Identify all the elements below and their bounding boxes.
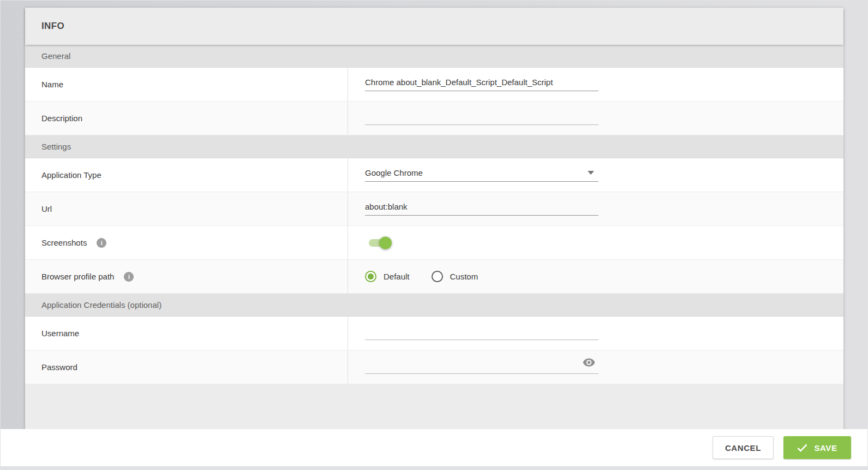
application-type-select[interactable]: Google Chrome	[365, 168, 598, 182]
password-field-wrap	[365, 360, 598, 374]
radio-dot	[368, 273, 374, 279]
name-label-cell: Name	[25, 68, 348, 101]
browser-profile-path-label: Browser profile path	[41, 272, 114, 281]
browser-profile-path-radio-group: Default Custom	[365, 271, 478, 282]
name-input[interactable]	[365, 78, 598, 91]
eye-icon[interactable]	[583, 358, 595, 369]
row-description: Description	[25, 102, 843, 135]
row-name: Name	[25, 68, 843, 102]
save-button[interactable]: SAVE	[783, 436, 851, 459]
section-header-label: Application Credentials (optional)	[41, 300, 161, 310]
username-input[interactable]	[365, 326, 598, 340]
radio-option-default[interactable]: Default	[365, 271, 410, 282]
radio-unselected-icon	[432, 271, 443, 282]
name-value-cell	[348, 68, 843, 101]
application-type-label: Application Type	[41, 170, 101, 180]
username-label-cell: Username	[25, 317, 348, 350]
save-button-label: SAVE	[814, 443, 837, 453]
cancel-button[interactable]: CANCEL	[713, 436, 774, 459]
section-header-label: General	[41, 51, 70, 61]
description-label: Description	[41, 114, 82, 123]
screenshots-toggle[interactable]	[369, 239, 388, 247]
row-url: Url	[25, 192, 843, 226]
username-value-cell	[348, 317, 843, 350]
panel-header: INFO	[25, 8, 843, 45]
panel-title: INFO	[41, 21, 64, 32]
section-header-credentials: Application Credentials (optional)	[25, 294, 843, 317]
url-value-cell	[348, 192, 843, 225]
radio-custom-label: Custom	[450, 272, 478, 281]
row-application-type: Application Type Google Chrome	[25, 158, 843, 192]
username-label: Username	[41, 329, 79, 338]
password-input[interactable]	[365, 360, 598, 374]
url-input[interactable]	[365, 202, 598, 216]
application-type-label-cell: Application Type	[25, 158, 348, 192]
password-label-cell: Password	[25, 350, 348, 384]
info-icon[interactable]: i	[124, 272, 134, 282]
browser-profile-path-value-cell: Default Custom	[348, 260, 843, 293]
chevron-down-icon	[588, 171, 594, 175]
description-value-cell	[348, 102, 843, 135]
application-type-value-cell: Google Chrome	[348, 158, 843, 192]
browser-profile-path-label-cell: Browser profile path i	[25, 260, 348, 293]
url-label: Url	[41, 204, 52, 213]
row-browser-profile-path: Browser profile path i Default C	[25, 260, 843, 294]
radio-default-label: Default	[384, 272, 410, 281]
section-header-general: General	[25, 45, 843, 68]
check-icon	[797, 444, 807, 452]
info-icon[interactable]: i	[97, 238, 106, 248]
password-label: Password	[41, 362, 77, 372]
info-panel: INFO General Name Description	[25, 8, 843, 430]
row-username: Username	[25, 317, 843, 350]
description-input[interactable]	[365, 111, 598, 125]
toggle-knob	[379, 236, 392, 249]
username-field-wrap	[365, 326, 598, 340]
application-type-selected-value: Google Chrome	[365, 168, 423, 177]
row-screenshots: Screenshots i	[25, 226, 843, 260]
radio-selected-icon	[365, 271, 376, 282]
name-label: Name	[41, 80, 63, 89]
screenshots-label: Screenshots	[41, 238, 87, 247]
section-header-label: Settings	[41, 142, 71, 151]
screenshots-value-cell	[348, 226, 843, 259]
description-field-wrap	[365, 111, 598, 125]
url-field-wrap	[365, 202, 598, 216]
screen: INFO General Name Description	[0, 0, 868, 470]
password-value-cell	[348, 350, 843, 384]
radio-option-custom[interactable]: Custom	[432, 271, 478, 282]
row-password: Password	[25, 350, 843, 384]
name-field-wrap	[365, 78, 598, 91]
bottom-strip	[1, 466, 867, 469]
action-bar: CANCEL SAVE	[1, 429, 867, 466]
info-form: General Name Description	[25, 45, 843, 384]
url-label-cell: Url	[25, 192, 348, 225]
description-label-cell: Description	[25, 102, 348, 135]
screenshots-label-cell: Screenshots i	[25, 226, 348, 259]
section-header-settings: Settings	[25, 135, 843, 158]
